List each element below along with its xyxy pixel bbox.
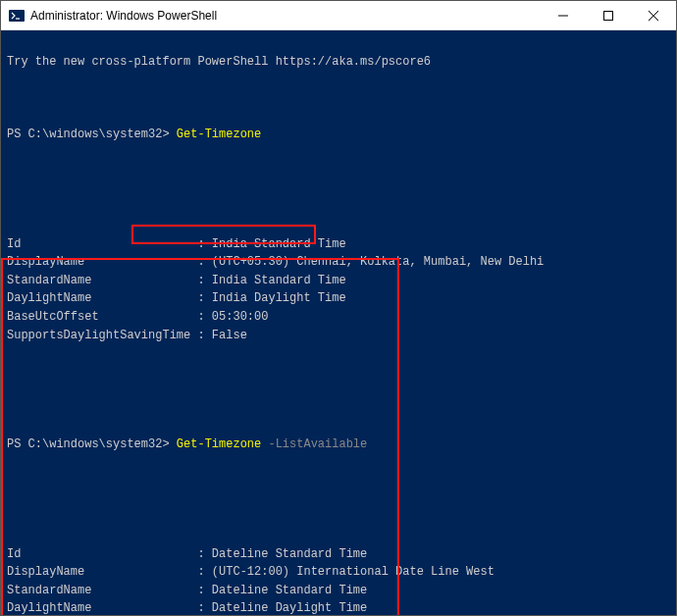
prompt-path: PS C:\windows\system32> (7, 128, 177, 141)
output-record-1: Id : India Standard TimeDisplayName : (U… (7, 235, 670, 345)
prompt-path: PS C:\windows\system32> (7, 437, 177, 451)
field-row: DaylightName : India Daylight Time (7, 289, 670, 308)
output-records-list: Id : Dateline Standard TimeDisplayName :… (7, 545, 670, 615)
banner-line: Try the new cross-platform PowerShell ht… (7, 53, 670, 72)
prompt-line-1: PS C:\windows\system32> Get-Timezone (7, 126, 670, 144)
field-row: SupportsDaylightSavingTime : False (7, 327, 670, 345)
field-row: Id : Dateline Standard Time (7, 545, 670, 564)
field-row: Id : India Standard Time (7, 235, 670, 254)
field-row: StandardName : Dateline Standard Time (7, 582, 670, 600)
command-text: Get-Timezone (177, 128, 261, 141)
command-text: Get-Timezone (177, 437, 261, 451)
prompt-line-2: PS C:\windows\system32> Get-Timezone -Li… (7, 436, 670, 454)
command-arg: -ListAvailable (261, 437, 367, 451)
powershell-window: Administrator: Windows PowerShell Try th… (0, 0, 677, 616)
svg-rect-3 (604, 11, 613, 20)
maximize-button[interactable] (586, 1, 631, 29)
svg-rect-0 (9, 10, 25, 22)
field-row: BaseUtcOffset : 05:30:00 (7, 308, 670, 327)
minimize-button[interactable] (541, 1, 586, 29)
field-row: DaylightName : Dateline Daylight Time (7, 599, 670, 615)
powershell-icon (9, 8, 25, 24)
window-title: Administrator: Windows PowerShell (30, 9, 541, 23)
field-row: DisplayName : (UTC+05:30) Chennai, Kolka… (7, 253, 670, 272)
titlebar[interactable]: Administrator: Windows PowerShell (1, 1, 676, 30)
close-button[interactable] (631, 1, 676, 29)
console-area[interactable]: Try the new cross-platform PowerShell ht… (1, 30, 676, 615)
field-row: StandardName : India Standard Time (7, 272, 670, 290)
window-controls (541, 1, 676, 29)
field-row: DisplayName : (UTC-12:00) International … (7, 563, 670, 582)
